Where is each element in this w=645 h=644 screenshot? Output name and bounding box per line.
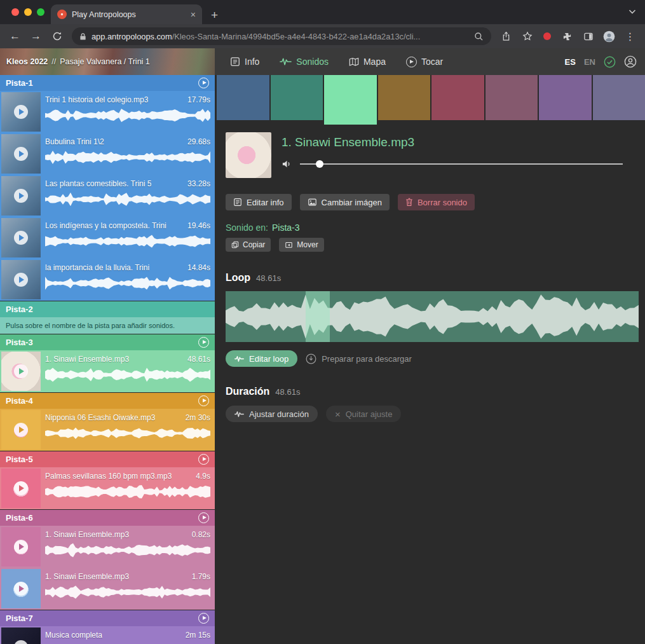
lang-es-button[interactable]: ES — [565, 57, 576, 67]
play-sound-icon[interactable] — [14, 423, 28, 437]
move-label: Mover — [297, 240, 318, 249]
sound-thumbnail — [1, 410, 41, 449]
edit-loop-waveform-icon — [234, 355, 244, 362]
profile-avatar[interactable] — [601, 28, 618, 45]
tab-info[interactable]: Info — [230, 57, 259, 67]
play-track-icon[interactable] — [198, 395, 209, 406]
sound-track-link[interactable]: Pista-3 — [272, 223, 300, 233]
tracks-sidebar: Pista-1 Trini 1 historia del colegio.mp3… — [0, 75, 215, 644]
breadcrumb-path[interactable]: Pasaje Valvanera / Trini 1 — [60, 57, 150, 66]
volume-slider[interactable] — [300, 160, 623, 168]
fullscreen-window-button[interactable] — [37, 8, 44, 16]
adjust-duration-button[interactable]: Ajustar duración — [226, 406, 318, 422]
play-track-icon[interactable] — [198, 512, 209, 523]
loop-selection[interactable] — [306, 291, 330, 342]
adjust-duration-icon — [234, 411, 244, 418]
edit-loop-button[interactable]: Editar loop — [226, 350, 297, 367]
volume-slider-thumb[interactable] — [316, 160, 323, 168]
side-panel-icon[interactable] — [580, 28, 597, 45]
new-tab-button[interactable]: + — [211, 8, 218, 22]
sound-item[interactable]: Trini 1 historia del colegio.mp3 17.79s — [0, 91, 215, 133]
lang-en-button[interactable]: EN — [584, 57, 595, 67]
swatch-track-8[interactable] — [593, 75, 645, 120]
sound-item[interactable]: Musica completa 2m 15s — [0, 626, 215, 644]
sound-item[interactable]: Nipponia 06 Esashi Oiwake.mp3 2m 30s — [0, 409, 215, 451]
tab-search-chevron-icon[interactable] — [628, 9, 636, 14]
track-header[interactable]: Pista-2 — [0, 301, 215, 317]
play-track-icon[interactable] — [198, 613, 209, 624]
minimize-window-button[interactable] — [24, 8, 32, 16]
sound-title: Nipponia 06 Esashi Oiwake.mp3 — [45, 413, 155, 422]
map-icon — [349, 57, 359, 67]
tab-tocar[interactable]: Tocar — [406, 57, 443, 67]
sound-item[interactable]: 1. Sinawi Ensemble.mp3 0.82s — [0, 526, 215, 568]
play-sound-icon[interactable] — [14, 540, 28, 554]
sound-item[interactable]: Las plantas comestibles. Trini 5 33.28s — [0, 175, 215, 217]
breadcrumb-project[interactable]: Kleos 2022 — [6, 57, 48, 66]
edit-info-button[interactable]: Editar info — [226, 194, 292, 210]
play-sound-icon[interactable] — [14, 105, 28, 119]
prepare-download-button[interactable]: Preparar para descargar — [306, 353, 412, 364]
sound-image[interactable] — [226, 132, 271, 178]
swatch-track-2[interactable] — [271, 75, 323, 120]
sound-item[interactable]: Los indígenas y la compostela. Trini 19.… — [0, 217, 215, 259]
track-header[interactable]: Pista-3 — [0, 334, 215, 350]
play-sound-icon[interactable] — [14, 640, 28, 644]
play-sound-icon[interactable] — [14, 481, 28, 495]
sound-item-selected[interactable]: 1. Sinawi Ensemble.mp3 48.61s — [0, 350, 215, 392]
track-empty-hint[interactable]: Pulsa sobre el nombre de la pista para a… — [0, 317, 215, 334]
play-track-icon[interactable] — [198, 337, 209, 348]
forward-button[interactable]: → — [27, 28, 44, 45]
loop-duration-value: 48.61s — [256, 273, 281, 283]
remove-adjust-button[interactable]: × Quitar ajuste — [326, 406, 401, 422]
sound-item[interactable]: la importancia de la lluvia. Trini 14.84… — [0, 259, 215, 301]
browser-tab[interactable]: Play Antropoloops × — [51, 4, 202, 24]
delete-sound-button[interactable]: Borrar sonido — [398, 194, 475, 210]
play-sound-icon[interactable] — [14, 273, 28, 287]
change-image-button[interactable]: Cambiar imágen — [300, 194, 390, 210]
sound-item[interactable]: Palmas sevillanas 160 bpm mp3.mp3 4.9s — [0, 467, 215, 509]
share-icon[interactable] — [498, 28, 515, 45]
zoom-magnifier-icon[interactable] — [474, 32, 484, 41]
track-header[interactable]: Pista-7 — [0, 610, 215, 626]
swatch-track-7[interactable] — [539, 75, 592, 120]
address-bar[interactable]: app.antropoloops.com/Kleos-Santa-Marina/… — [72, 27, 491, 45]
tab-sonidos[interactable]: Sonidos — [280, 57, 329, 67]
sound-item[interactable]: Bubulina Trini 1\2 29.68s — [0, 133, 215, 175]
swatch-track-3[interactable] — [324, 75, 377, 125]
recording-extension-icon[interactable] — [543, 32, 551, 40]
extensions-puzzle-icon[interactable] — [559, 28, 576, 45]
play-sound-icon[interactable] — [14, 231, 28, 245]
play-track-icon[interactable] — [198, 78, 209, 88]
bookmark-star-icon[interactable] — [519, 28, 536, 45]
swatch-track-4[interactable] — [378, 75, 431, 120]
play-sound-icon[interactable] — [14, 582, 28, 596]
tab-mapa[interactable]: Mapa — [349, 57, 386, 67]
account-icon[interactable] — [624, 55, 637, 68]
track-header[interactable]: Pista-4 — [0, 393, 215, 409]
play-sound-icon[interactable] — [14, 147, 28, 161]
browser-menu-icon[interactable]: ⋮ — [621, 28, 639, 45]
tab-close-icon[interactable]: × — [191, 10, 196, 19]
sound-waveform — [45, 584, 210, 600]
swatch-track-6[interactable] — [485, 75, 538, 120]
swatch-track-1[interactable] — [217, 75, 269, 120]
copy-button[interactable]: Copiar — [226, 238, 271, 252]
play-sound-icon[interactable] — [14, 364, 28, 378]
reload-button[interactable] — [48, 28, 65, 45]
back-button[interactable]: ← — [6, 28, 24, 45]
play-sound-icon[interactable] — [14, 189, 28, 203]
loop-waveform[interactable] — [226, 291, 639, 342]
swatch-track-5[interactable] — [431, 75, 484, 120]
sound-duration: 4.9s — [196, 472, 210, 481]
move-button[interactable]: Mover — [279, 238, 323, 252]
close-window-button[interactable] — [11, 8, 19, 16]
sound-item[interactable]: 1. Sinawi Ensemble.mp3 1.79s — [0, 568, 215, 610]
play-track-icon[interactable] — [198, 454, 209, 465]
track-header[interactable]: Pista-1 — [0, 75, 215, 91]
x-icon: × — [335, 409, 341, 419]
sound-title: Las plantas comestibles. Trini 5 — [45, 179, 151, 188]
track-header[interactable]: Pista-5 — [0, 451, 215, 467]
track-header[interactable]: Pista-6 — [0, 510, 215, 526]
breadcrumb[interactable]: Kleos 2022 // Pasaje Valvanera / Trini 1 — [0, 48, 215, 75]
